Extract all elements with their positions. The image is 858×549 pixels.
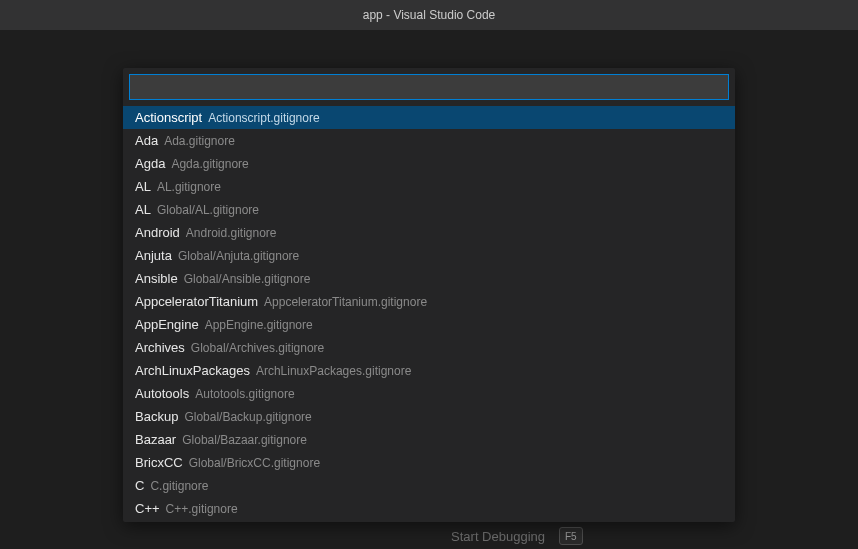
quick-pick: ActionscriptActionscript.gitignoreAdaAda… [123,68,735,522]
quick-pick-item-description: ArchLinuxPackages.gitignore [256,360,411,383]
quick-pick-item[interactable]: AnjutaGlobal/Anjuta.gitignore [123,244,735,267]
quick-pick-item-description: Global/AL.gitignore [157,199,259,222]
quick-pick-item-description: Global/Anjuta.gitignore [178,245,299,268]
quick-pick-item-description: Global/BricxCC.gitignore [189,452,320,475]
quick-pick-item-label: Actionscript [135,106,202,129]
quick-pick-list[interactable]: ActionscriptActionscript.gitignoreAdaAda… [123,106,735,520]
quick-pick-item-description: AppceleratorTitanium.gitignore [264,291,427,314]
welcome-hint-label: Start Debugging [345,529,545,544]
keycap: F5 [559,527,583,545]
quick-pick-item[interactable]: CC.gitignore [123,474,735,497]
quick-pick-item-description: C++.gitignore [166,498,238,520]
quick-pick-item-label: AppEngine [135,313,199,336]
quick-pick-item[interactable]: AndroidAndroid.gitignore [123,221,735,244]
quick-pick-item[interactable]: ArchLinuxPackagesArchLinuxPackages.gitig… [123,359,735,382]
quick-pick-item-description: AppEngine.gitignore [205,314,313,337]
title-bar: app - Visual Studio Code [0,0,858,30]
quick-pick-item-label: Anjuta [135,244,172,267]
quick-pick-item-label: Ada [135,129,158,152]
quick-pick-item-description: Actionscript.gitignore [208,107,319,130]
quick-pick-input-wrapper [123,68,735,106]
quick-pick-item[interactable]: AppEngineAppEngine.gitignore [123,313,735,336]
quick-pick-item-label: BricxCC [135,451,183,474]
quick-pick-item[interactable]: AgdaAgda.gitignore [123,152,735,175]
quick-pick-item-label: AppceleratorTitanium [135,290,258,313]
window-title: app - Visual Studio Code [363,8,496,22]
quick-pick-item-description: Ada.gitignore [164,130,235,153]
quick-pick-item-label: ArchLinuxPackages [135,359,250,382]
quick-pick-item[interactable]: AdaAda.gitignore [123,129,735,152]
quick-pick-item[interactable]: AutotoolsAutotools.gitignore [123,382,735,405]
quick-pick-item-label: Backup [135,405,178,428]
quick-pick-item[interactable]: AppceleratorTitaniumAppceleratorTitanium… [123,290,735,313]
quick-pick-item-description: Android.gitignore [186,222,277,245]
quick-pick-item[interactable]: ALAL.gitignore [123,175,735,198]
quick-pick-item-label: Agda [135,152,165,175]
quick-pick-item[interactable]: ActionscriptActionscript.gitignore [123,106,735,129]
quick-pick-item[interactable]: BazaarGlobal/Bazaar.gitignore [123,428,735,451]
quick-pick-item-label: AL [135,198,151,221]
quick-pick-item[interactable]: BricxCCGlobal/BricxCC.gitignore [123,451,735,474]
quick-pick-item[interactable]: BackupGlobal/Backup.gitignore [123,405,735,428]
quick-pick-item-description: Global/Ansible.gitignore [184,268,311,291]
quick-pick-item-description: Global/Bazaar.gitignore [182,429,307,452]
quick-pick-item-description: Global/Backup.gitignore [184,406,311,429]
quick-pick-item-description: AL.gitignore [157,176,221,199]
quick-pick-item[interactable]: ArchivesGlobal/Archives.gitignore [123,336,735,359]
quick-pick-item-label: AL [135,175,151,198]
quick-pick-item[interactable]: ALGlobal/AL.gitignore [123,198,735,221]
quick-pick-item-label: Ansible [135,267,178,290]
quick-pick-item-description: Autotools.gitignore [195,383,294,406]
quick-pick-item-description: Agda.gitignore [171,153,248,176]
quick-pick-item-label: C++ [135,497,160,520]
quick-pick-item-label: Archives [135,336,185,359]
quick-pick-item[interactable]: C++C++.gitignore [123,497,735,520]
welcome-hint-keys: F5 [559,527,689,545]
quick-pick-item-label: Bazaar [135,428,176,451]
quick-pick-item-description: Global/Archives.gitignore [191,337,324,360]
quick-pick-item-description: C.gitignore [150,475,208,498]
editor-area: Find in FilesCtrl+Shift+FStart Debugging… [0,30,858,549]
welcome-hint-row: Start DebuggingF5 [169,527,689,545]
quick-pick-item[interactable]: AnsibleGlobal/Ansible.gitignore [123,267,735,290]
quick-pick-item-label: C [135,474,144,497]
quick-pick-input[interactable] [129,74,729,100]
quick-pick-item-label: Android [135,221,180,244]
quick-pick-item-label: Autotools [135,382,189,405]
